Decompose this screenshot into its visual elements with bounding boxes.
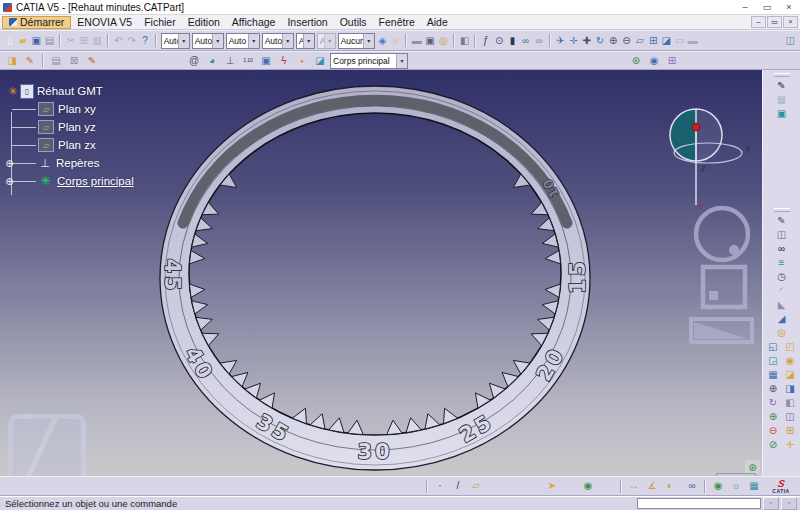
line-icon[interactable]: / [450,479,466,494]
layers-icon[interactable]: ≡ [774,256,790,270]
pad-draft-icon[interactable]: ◰ [782,340,798,354]
scaling-icon[interactable]: ⊕ [765,382,781,396]
distance-icon[interactable]: ∞ [684,479,700,494]
pocket-icon[interactable]: ◲ [765,354,781,368]
aucun-combo[interactable]: Aucun▾ [338,33,375,49]
view-mode-combo-arrow[interactable]: ▾ [178,34,189,48]
menu-enovia[interactable]: ENOVIA V5 [71,16,138,29]
apply-material-icon[interactable]: ◉ [710,479,726,494]
exit-workbench-icon[interactable]: ⊛ [745,460,760,474]
clock-icon[interactable]: ◷ [774,270,790,284]
undo-icon[interactable]: ↶ [113,33,124,48]
pad-icon[interactable]: ◱ [765,340,781,354]
profile-icon[interactable]: ✎ [774,214,790,228]
3d-viewport[interactable]: 1015202530354045 [0,70,762,476]
measure-between-icon[interactable]: ↔ [626,479,642,494]
fly-mode-icon[interactable]: ✈ [555,33,566,48]
menu-demarrer[interactable]: Démarrer [2,16,71,29]
environment-icon[interactable]: ▦ [746,479,762,494]
transform-icon[interactable]: ↻ [765,396,781,410]
pattern-icon[interactable]: ⊞ [782,424,798,438]
measure-tool-icon[interactable]: ✛ [782,438,798,452]
shading-icon[interactable]: ▬ [687,33,698,48]
wireframe-icon[interactable]: ▭ [674,33,685,48]
power-input-field[interactable] [637,498,761,509]
viewport-resize-handle[interactable] [716,473,756,476]
tree-item-plan-xy[interactable]: ▱Plan xy [0,100,210,118]
airbrush-icon[interactable]: ✎ [22,53,38,68]
tree-expander-icon[interactable]: ⊕ [4,158,15,169]
measure-inertia-icon[interactable]: ◐ [662,479,678,494]
paste-icon[interactable]: ▥ [92,33,103,48]
layer-combo-arrow[interactable]: ▾ [248,34,259,48]
doc-restore-button[interactable]: ▭ [767,16,782,28]
axis-combo-arrow[interactable]: ▾ [303,34,314,48]
boolean-union-icon[interactable]: ⊕ [765,410,781,424]
scale-icon[interactable]: 1:10 [240,53,256,68]
cut-icon[interactable]: ✂ [65,33,76,48]
chamfer-icon[interactable]: ◣ [774,298,790,312]
measure-item-icon[interactable]: ∡ [644,479,660,494]
rib-icon[interactable]: ◪ [782,368,798,382]
filter-combo[interactable]: Auto▾ [262,33,294,49]
menu-fenetre[interactable]: Fenêtre [373,16,421,29]
knowledge-inspector-icon[interactable]: ◉ [580,479,596,494]
zoom-out-icon[interactable]: ⊖ [621,33,632,48]
minimize-button[interactable]: – [734,1,756,14]
link-icon[interactable]: ∞ [520,33,531,48]
link-manager-icon[interactable]: ∞ [533,33,544,48]
iso-view-icon[interactable]: ◪ [661,33,672,48]
print-icon[interactable]: ▤ [44,33,55,48]
generative-icon[interactable]: ⊛ [628,53,644,68]
binoculars-icon[interactable]: ∞ [774,242,790,256]
mirror-icon[interactable]: ◫ [782,410,798,424]
rotate-icon[interactable]: ↻ [594,33,605,48]
draft-icon[interactable]: ◢ [774,312,790,326]
part-body-icon[interactable]: ▣ [258,53,274,68]
paint-icon[interactable]: ◨ [4,53,20,68]
layer-combo[interactable]: Auto▾ [226,33,260,49]
normal-view-icon[interactable]: ▱ [634,33,645,48]
camera-icon[interactable]: ▣ [424,33,435,48]
redo-icon[interactable]: ↷ [126,33,137,48]
menu-aide[interactable]: Aide [421,16,454,29]
doc-close-button[interactable]: × [783,16,798,28]
grid-combo[interactable]: Aut▾ [317,33,336,49]
tree-item-label[interactable]: Plan yz [58,121,96,133]
boolean-trim-icon[interactable]: ⊘ [765,438,781,452]
tree-item-plan-zx[interactable]: ▱Plan zx [0,136,210,154]
menu-edition[interactable]: Edition [182,16,226,29]
render-icon[interactable]: ☼ [728,479,744,494]
bulb-icon[interactable]: ◎ [438,33,449,48]
tree-item-rep-res[interactable]: ⊕⊥Repères [0,154,210,172]
plane-icon[interactable]: ▱ [468,479,484,494]
catalog-browser-icon[interactable]: ⊞ [664,53,680,68]
shell-icon[interactable]: ◎ [774,326,790,340]
multi-view-icon[interactable]: ⊞ [647,33,658,48]
open-folder-icon[interactable]: ▰ [17,33,28,48]
boolean-remove-icon[interactable]: ⊖ [765,424,781,438]
tree-root-rehaut-gmt[interactable]: ✳▯Réhaut GMT [0,82,210,100]
delete-feature-icon[interactable]: ϟ [276,53,292,68]
body-combo[interactable]: Corps principal▾ [330,53,408,69]
doc-minimize-button[interactable]: – [751,16,766,28]
sphere-icon[interactable]: ◕ [204,53,220,68]
search-icon[interactable]: ⊙ [494,33,505,48]
aucun-combo-arrow[interactable]: ▾ [363,34,374,48]
menu-fichier[interactable]: Fichier [138,16,182,29]
menu-affichage[interactable]: Affichage [226,16,282,29]
close-button[interactable]: × [778,1,800,14]
select-cursor-icon[interactable]: ➤ [544,479,560,494]
hole-icon[interactable]: ◉ [782,354,798,368]
stiffener-icon[interactable]: ◧ [782,396,798,410]
toolbar-grip[interactable] [774,73,790,77]
helix-icon[interactable]: @ [186,53,202,68]
view-mode-combo[interactable]: Autom.▾ [161,33,190,49]
save-icon[interactable]: ▣ [31,33,42,48]
grid-icon[interactable]: ▦ [765,368,781,382]
tree-item-label[interactable]: Repères [56,157,99,169]
knowledge-icon[interactable]: ◈ [377,33,388,48]
axis-system-icon[interactable]: ⊥ [222,53,238,68]
catalyst-icon[interactable]: ☼ [390,33,401,48]
analysis-icon[interactable]: ◉ [646,53,662,68]
